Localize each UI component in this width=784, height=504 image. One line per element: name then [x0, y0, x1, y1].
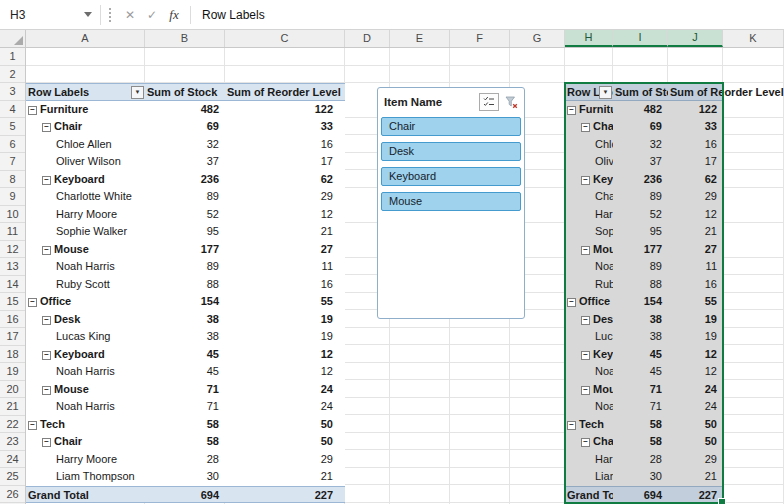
pivot-label-cell[interactable]: Harry Moore — [26, 451, 145, 469]
sum-of-stock-header[interactable]: Sum of Stock — [613, 84, 668, 100]
grand-total-stock[interactable]: 694 — [613, 487, 668, 503]
stock-value-cell[interactable]: 58 — [613, 433, 668, 451]
column-header[interactable]: A — [26, 30, 145, 47]
stock-value-cell[interactable]: 71 — [145, 381, 225, 399]
stock-value-cell[interactable]: 95 — [145, 223, 225, 241]
row-header[interactable]: 25 — [0, 468, 25, 486]
reorder-value-cell[interactable]: 17 — [225, 153, 345, 171]
pivot-label-cell[interactable]: Office — [565, 293, 613, 311]
reorder-value-cell[interactable]: 21 — [225, 468, 345, 486]
stock-value-cell[interactable]: 28 — [613, 451, 668, 469]
collapse-icon[interactable] — [567, 106, 576, 115]
name-box-dropdown-icon[interactable] — [84, 12, 92, 17]
reorder-value-cell[interactable]: 50 — [225, 433, 345, 451]
column-header[interactable]: J — [668, 30, 723, 47]
grid-canvas[interactable]: Row Labels Sum of Stock Sum of Reorder L… — [26, 48, 784, 504]
insert-function-icon[interactable]: fx — [163, 7, 185, 23]
grand-total-label[interactable]: Grand Total — [26, 487, 145, 503]
pivot-label-cell[interactable]: Chair — [26, 118, 145, 136]
reorder-value-cell[interactable]: 29 — [225, 188, 345, 206]
reorder-value-cell[interactable]: 19 — [225, 311, 345, 329]
pivot-label-cell[interactable]: Chair — [26, 433, 145, 451]
collapse-icon[interactable] — [42, 316, 51, 325]
pivot-label-cell[interactable]: Noah Harris — [26, 398, 145, 416]
reorder-value-cell[interactable]: 55 — [668, 293, 723, 311]
reorder-value-cell[interactable]: 21 — [668, 223, 723, 241]
collapse-icon[interactable] — [42, 351, 51, 360]
stock-value-cell[interactable]: 236 — [613, 171, 668, 189]
row-header[interactable]: 3 — [0, 83, 25, 101]
column-header[interactable]: B — [145, 30, 225, 47]
slicer-item[interactable]: Desk — [381, 142, 521, 161]
reorder-value-cell[interactable]: 50 — [668, 416, 723, 434]
pivot-label-cell[interactable]: Office — [26, 293, 145, 311]
stock-value-cell[interactable]: 52 — [145, 206, 225, 224]
reorder-value-cell[interactable]: 27 — [225, 241, 345, 259]
row-header[interactable]: 11 — [0, 223, 25, 241]
row-header[interactable]: 14 — [0, 276, 25, 294]
stock-value-cell[interactable]: 89 — [145, 188, 225, 206]
stock-value-cell[interactable]: 482 — [613, 101, 668, 119]
reorder-value-cell[interactable]: 12 — [668, 363, 723, 381]
stock-value-cell[interactable]: 45 — [145, 363, 225, 381]
row-header[interactable]: 2 — [0, 66, 25, 84]
stock-value-cell[interactable]: 236 — [145, 171, 225, 189]
reorder-value-cell[interactable]: 50 — [668, 433, 723, 451]
pivot-label-cell[interactable]: Keyboard — [565, 171, 613, 189]
row-header[interactable]: 6 — [0, 136, 25, 154]
pivot-label-cell[interactable]: Tech — [565, 416, 613, 434]
collapse-icon[interactable] — [42, 176, 51, 185]
collapse-icon[interactable] — [28, 298, 37, 307]
pivot-label-cell[interactable]: Desk — [26, 311, 145, 329]
pivot-label-cell[interactable]: Mouse — [565, 381, 613, 399]
reorder-value-cell[interactable]: 16 — [668, 136, 723, 154]
row-header[interactable]: 7 — [0, 153, 25, 171]
pivot-label-cell[interactable]: Harry Moore — [26, 206, 145, 224]
reorder-value-cell[interactable]: 12 — [225, 206, 345, 224]
pivot-label-cell[interactable]: Sophie Walker — [565, 223, 613, 241]
reorder-value-cell[interactable]: 29 — [225, 451, 345, 469]
reorder-value-cell[interactable]: 16 — [225, 136, 345, 154]
collapse-icon[interactable] — [567, 421, 576, 430]
reorder-value-cell[interactable]: 62 — [225, 171, 345, 189]
collapse-icon[interactable] — [581, 123, 590, 132]
collapse-icon[interactable] — [42, 386, 51, 395]
collapse-icon[interactable] — [581, 176, 590, 185]
row-header[interactable]: 17 — [0, 328, 25, 346]
row-header[interactable]: 4 — [0, 101, 25, 119]
row-header[interactable]: 12 — [0, 241, 25, 259]
collapse-icon[interactable] — [28, 421, 37, 430]
stock-value-cell[interactable]: 89 — [613, 188, 668, 206]
column-header[interactable]: C — [225, 30, 345, 47]
select-all-corner[interactable] — [0, 30, 26, 47]
reorder-value-cell[interactable]: 16 — [225, 276, 345, 294]
column-header[interactable]: E — [390, 30, 450, 47]
reorder-value-cell[interactable]: 27 — [668, 241, 723, 259]
row-header[interactable]: 13 — [0, 258, 25, 276]
reorder-value-cell[interactable]: 11 — [668, 258, 723, 276]
pivot-label-cell[interactable]: Mouse — [565, 241, 613, 259]
stock-value-cell[interactable]: 69 — [613, 118, 668, 136]
row-header[interactable]: 10 — [0, 206, 25, 224]
pivot-label-cell[interactable]: Harry Moore — [565, 206, 613, 224]
column-header[interactable]: H — [565, 30, 613, 47]
row-labels-filter-icon[interactable] — [599, 86, 612, 99]
pivot-label-cell[interactable]: Keyboard — [26, 171, 145, 189]
row-header[interactable]: 20 — [0, 381, 25, 399]
collapse-icon[interactable] — [42, 438, 51, 447]
stock-value-cell[interactable]: 28 — [145, 451, 225, 469]
row-header[interactable]: 21 — [0, 398, 25, 416]
reorder-value-cell[interactable]: 24 — [668, 381, 723, 399]
collapse-icon[interactable] — [581, 316, 590, 325]
slicer-item[interactable]: Mouse — [381, 192, 521, 211]
column-header[interactable]: K — [723, 30, 784, 47]
stock-value-cell[interactable]: 71 — [145, 398, 225, 416]
enter-icon[interactable]: ✓ — [141, 8, 163, 22]
stock-value-cell[interactable]: 71 — [613, 381, 668, 399]
stock-value-cell[interactable]: 37 — [613, 153, 668, 171]
stock-value-cell[interactable]: 88 — [145, 276, 225, 294]
row-header[interactable]: 16 — [0, 311, 25, 329]
stock-value-cell[interactable]: 58 — [145, 433, 225, 451]
pivot-label-cell[interactable]: Chair — [565, 118, 613, 136]
pivot-label-cell[interactable]: Oliver Wilson — [565, 153, 613, 171]
